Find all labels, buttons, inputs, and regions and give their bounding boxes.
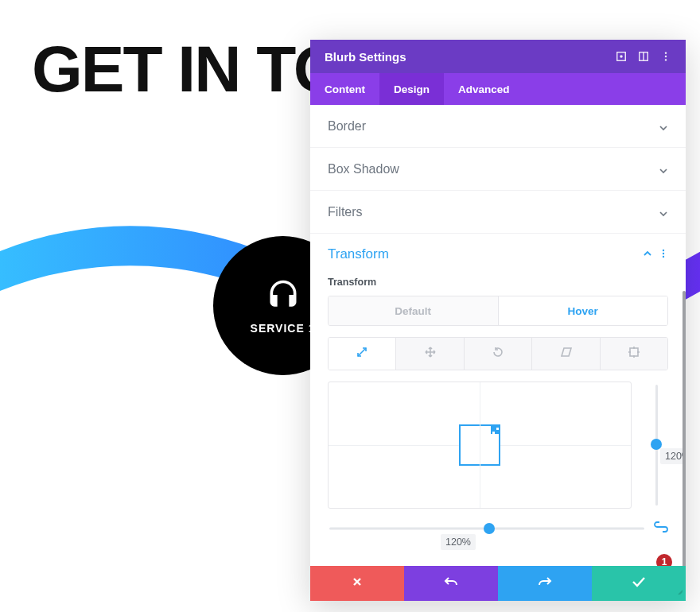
section-label: Box Shadow bbox=[328, 162, 399, 176]
annotation-marker-1: 1 bbox=[656, 554, 672, 566]
svg-point-1 bbox=[620, 56, 622, 57]
page-headline: GET IN TO bbox=[32, 32, 343, 107]
svg-point-5 bbox=[665, 56, 667, 57]
tool-scale[interactable] bbox=[329, 338, 395, 370]
check-icon bbox=[632, 576, 646, 591]
section-transform: Transform Transform Default Hover bbox=[310, 234, 686, 540]
svg-point-9 bbox=[663, 256, 664, 258]
svg-rect-10 bbox=[630, 348, 638, 356]
close-icon bbox=[352, 576, 363, 591]
scale-x-slider[interactable] bbox=[328, 523, 646, 534]
kebab-icon[interactable] bbox=[659, 247, 668, 261]
scrollbar[interactable] bbox=[682, 291, 686, 566]
snap-icon[interactable] bbox=[635, 48, 652, 65]
slider-knob[interactable] bbox=[484, 523, 495, 534]
headphones-icon bbox=[266, 277, 301, 312]
panel-body: Border Box Shadow Filters Transform bbox=[310, 105, 686, 566]
section-filters[interactable]: Filters bbox=[310, 191, 686, 234]
scale-y-slider[interactable]: 120% bbox=[644, 382, 668, 509]
state-default[interactable]: Default bbox=[329, 296, 498, 325]
move-icon bbox=[424, 346, 437, 362]
state-hover[interactable]: Hover bbox=[498, 296, 668, 325]
section-label[interactable]: Transform bbox=[328, 246, 643, 262]
tool-translate[interactable] bbox=[395, 338, 463, 370]
tab-advanced[interactable]: Advanced bbox=[444, 73, 524, 105]
rotate-icon bbox=[492, 346, 504, 362]
skew-icon bbox=[558, 347, 573, 361]
settings-panel: Blurb Settings Content Design Advanced B… bbox=[310, 40, 686, 601]
tool-skew[interactable] bbox=[531, 338, 599, 370]
panel-titlebar[interactable]: Blurb Settings bbox=[310, 40, 686, 73]
chevron-down-icon bbox=[659, 207, 668, 217]
section-label: Filters bbox=[328, 205, 363, 219]
transform-shape[interactable] bbox=[459, 424, 500, 466]
section-label: Border bbox=[328, 119, 366, 134]
link-icon[interactable] bbox=[654, 521, 668, 536]
cancel-button[interactable] bbox=[310, 566, 404, 601]
undo-button[interactable] bbox=[404, 566, 498, 601]
tool-rotate[interactable] bbox=[464, 338, 531, 370]
transform-tool-tabs bbox=[328, 337, 668, 370]
tool-origin[interactable] bbox=[600, 338, 667, 370]
drag-handle-icon[interactable] bbox=[673, 583, 682, 598]
transform-sublabel: Transform bbox=[328, 277, 668, 288]
tab-content[interactable]: Content bbox=[310, 73, 379, 105]
tab-bar: Content Design Advanced bbox=[310, 73, 686, 105]
svg-point-4 bbox=[665, 52, 667, 53]
scale-x-value[interactable]: 120% bbox=[441, 534, 476, 550]
panel-footer bbox=[310, 566, 686, 601]
resize-handle-icon[interactable] bbox=[491, 424, 500, 434]
expand-icon[interactable] bbox=[612, 48, 630, 65]
save-button[interactable] bbox=[592, 566, 686, 601]
service-label: SERVICE 1 bbox=[251, 322, 316, 335]
section-box-shadow[interactable]: Box Shadow bbox=[310, 148, 686, 191]
scale-icon bbox=[356, 346, 368, 362]
state-toggle: Default Hover bbox=[328, 296, 668, 326]
transform-canvas[interactable] bbox=[328, 382, 632, 509]
undo-icon bbox=[444, 576, 458, 591]
svg-point-8 bbox=[663, 253, 664, 254]
panel-title: Blurb Settings bbox=[325, 50, 406, 64]
svg-point-6 bbox=[665, 59, 667, 60]
chevron-down-icon bbox=[659, 122, 668, 131]
tab-design[interactable]: Design bbox=[379, 73, 444, 105]
svg-point-7 bbox=[663, 250, 664, 251]
chevron-up-icon[interactable] bbox=[643, 247, 652, 261]
redo-icon bbox=[538, 576, 552, 591]
chevron-down-icon bbox=[659, 165, 668, 174]
origin-icon bbox=[628, 346, 640, 362]
section-border[interactable]: Border bbox=[310, 105, 686, 148]
kebab-icon[interactable] bbox=[657, 48, 675, 65]
redo-button[interactable] bbox=[498, 566, 592, 601]
